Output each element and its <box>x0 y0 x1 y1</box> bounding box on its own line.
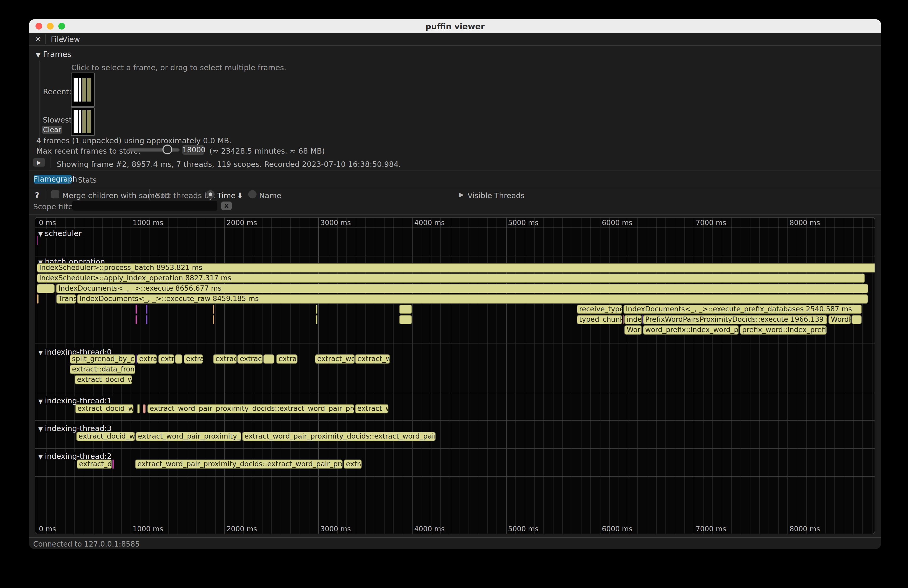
tab-stats[interactable]: Stats <box>78 176 97 185</box>
axis-tick-label: 8000 ms <box>790 218 820 227</box>
clear-button[interactable]: Clear <box>42 125 62 134</box>
tab-flamegraph[interactable]: Flamegraph <box>34 175 72 184</box>
slowest-frames-thumbnail[interactable] <box>71 107 95 136</box>
flame-bar[interactable] <box>37 236 38 245</box>
thread-header-indexing-thread:3[interactable]: ▼indexing-thread:3 <box>37 424 114 433</box>
recent-frames-thumbnail[interactable] <box>71 72 95 107</box>
flame-bar[interactable]: extract_word <box>315 354 355 364</box>
flame-bar[interactable]: index <box>624 315 642 324</box>
visible-threads-collapse-icon[interactable]: ▶ <box>459 191 464 198</box>
sort-time-label[interactable]: Time <box>217 191 235 200</box>
flame-bar[interactable]: IndexDocuments<_, _>::execute 8656.677 m… <box>56 284 868 293</box>
flame-bar[interactable]: IndexDocuments<_, _>::execute_raw 8459.1… <box>77 294 868 304</box>
scope-filter-clear-button[interactable]: x <box>221 201 232 210</box>
sort-time-radio[interactable] <box>206 190 214 198</box>
scope-filter-label: Scope filter: <box>33 202 78 211</box>
flame-bar[interactable] <box>143 404 146 413</box>
collapse-triangle-icon: ▼ <box>39 349 43 356</box>
flame-bar[interactable]: IndexDocuments<_, _>::execute_prefix_dat… <box>623 305 862 314</box>
help-button[interactable]: ? <box>35 191 39 199</box>
max-frames-estimate: (≈ 23428.5 minutes, ≈ 68 MB) <box>209 146 325 156</box>
thread-divider <box>35 420 874 421</box>
flame-bar[interactable] <box>399 305 412 314</box>
frames-hint: Click to select a frame, or drag to sele… <box>71 63 287 72</box>
flame-bar[interactable]: extract_wo <box>355 404 389 413</box>
flame-bar[interactable]: extrac <box>184 354 203 364</box>
flame-bar[interactable]: extract_ <box>237 354 263 364</box>
flame-bar[interactable]: WordPr <box>828 315 851 324</box>
flame-bar[interactable]: extract_word_pair_proximity_docids <box>135 432 241 441</box>
flame-bar[interactable]: word_prefix::index_word_prefix_ <box>643 325 739 335</box>
flame-bar[interactable] <box>135 315 137 324</box>
titlebar[interactable]: puffin viewer <box>29 19 881 33</box>
flame-bar[interactable]: extract <box>276 354 298 364</box>
flame-bar[interactable] <box>399 315 412 324</box>
theme-toggle-icon[interactable]: ✳ <box>35 34 41 43</box>
flame-bar[interactable]: extract_word_pair_proximity_docids::extr… <box>242 432 436 441</box>
thread-header-scheduler[interactable]: ▼scheduler <box>37 229 84 238</box>
flame-bar[interactable] <box>263 354 274 364</box>
flame-bar[interactable] <box>135 354 137 364</box>
flame-bar[interactable]: prefix_word::index_prefix_wo <box>740 325 827 335</box>
sort-direction-arrow-icon[interactable]: ⬇ <box>237 191 243 200</box>
flamegraph-canvas[interactable]: 0 ms0 ms1000 ms1000 ms2000 ms2000 ms3000… <box>35 217 875 534</box>
flame-bar[interactable]: extract_word_pair_proximity_docids::extr… <box>135 459 343 469</box>
max-frames-value[interactable]: 18000 <box>182 145 204 155</box>
flame-bar[interactable]: extract_docid_wor <box>75 375 132 384</box>
axis-tick-label: 8000 ms <box>790 525 820 533</box>
visible-threads-label[interactable]: Visible Threads <box>467 191 525 200</box>
sort-name-radio[interactable] <box>248 190 256 198</box>
flame-bar[interactable]: Word <box>624 325 642 335</box>
scope-filter-input[interactable] <box>72 201 217 210</box>
flame-bar[interactable] <box>623 315 624 324</box>
flame-bar[interactable]: extract_doc <box>77 459 112 469</box>
window-title: puffin viewer <box>29 22 881 31</box>
flame-bar[interactable]: IndexScheduler>::apply_index_operation 8… <box>37 273 865 283</box>
axis-tick-label: 3000 ms <box>320 525 351 533</box>
flame-bar[interactable] <box>316 315 317 324</box>
menu-view[interactable]: View <box>62 35 80 44</box>
merge-children-checkbox[interactable] <box>51 190 60 198</box>
collapse-triangle-icon: ▼ <box>39 453 43 460</box>
thread-header-indexing-thread:1[interactable]: ▼indexing-thread:1 <box>37 396 114 405</box>
flame-bar[interactable] <box>213 305 214 314</box>
flame-bar[interactable] <box>146 315 147 324</box>
play-button[interactable]: ▶ <box>33 158 45 167</box>
flame-bar[interactable] <box>213 315 214 324</box>
flame-bar[interactable] <box>37 294 39 304</box>
flame-bar[interactable]: extract_wo <box>355 354 390 364</box>
flame-bar[interactable] <box>146 305 147 314</box>
axis-tick-label: 6000 ms <box>602 218 633 227</box>
flame-bar[interactable]: extract <box>137 354 157 364</box>
sort-name-label[interactable]: Name <box>259 191 282 200</box>
flame-bar[interactable]: extract_docid_word <box>76 432 135 441</box>
flame-bar[interactable] <box>135 305 137 314</box>
thread-header-indexing-thread:2[interactable]: ▼indexing-thread:2 <box>37 452 114 461</box>
collapse-triangle-icon: ▼ <box>36 51 40 59</box>
flame-bar[interactable]: extract::data_from_ob <box>70 365 135 374</box>
axis-separator-line <box>35 227 874 227</box>
flame-bar[interactable]: receive_typed_ <box>577 305 622 314</box>
flame-bar[interactable]: typed_chunk::w <box>577 315 622 324</box>
flame-bar[interactable]: extra <box>158 354 174 364</box>
flame-bar[interactable] <box>112 459 114 469</box>
thread-divider <box>35 256 874 257</box>
flame-bar[interactable] <box>316 305 317 314</box>
flame-bar[interactable]: extract_docid_wor <box>75 404 134 413</box>
flame-bar[interactable]: extrac <box>344 459 362 469</box>
flame-bar[interactable]: PrefixWordPairsProximityDocids::execute … <box>643 315 828 324</box>
flame-bar[interactable]: IndexScheduler>::process_batch 8953.821 … <box>37 263 875 273</box>
flame-bar[interactable] <box>37 284 55 293</box>
flame-bar[interactable] <box>852 315 861 324</box>
merge-children-label[interactable]: Merge children with same ID <box>62 191 170 200</box>
flame-bar[interactable]: Trans <box>56 294 76 304</box>
menu-file[interactable]: File <box>51 35 63 44</box>
flame-bar[interactable]: extract_ <box>213 354 237 364</box>
flame-bar[interactable] <box>137 404 140 413</box>
flame-bar[interactable] <box>175 354 182 364</box>
axis-tick-label: 2000 ms <box>227 218 257 227</box>
flame-bar[interactable]: extract_word_pair_proximity_docids::extr… <box>147 404 354 413</box>
flame-bar[interactable]: split_grenad_by_chun <box>70 354 135 364</box>
frames-section-header[interactable]: ▼ Frames <box>36 50 71 59</box>
slider-knob[interactable] <box>163 145 172 154</box>
